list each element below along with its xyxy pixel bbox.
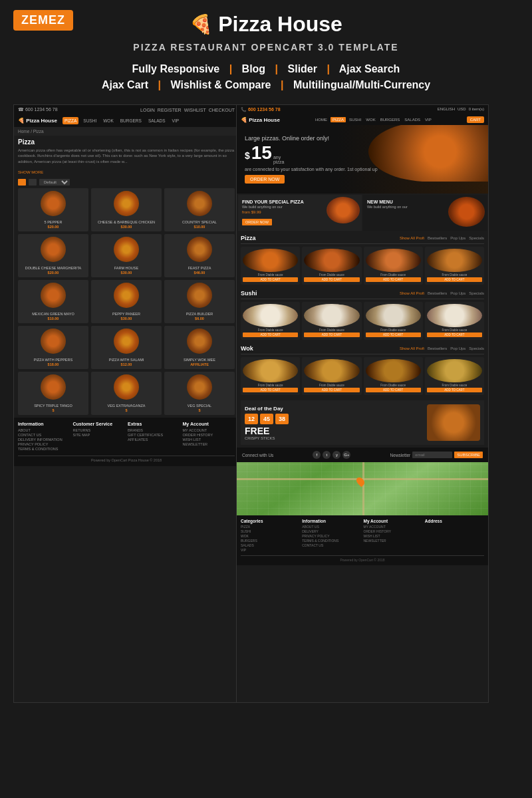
sr-cart-button[interactable]: CART bbox=[467, 116, 484, 123]
list-item: PIZZA BUILDER $6.00 bbox=[164, 280, 235, 323]
sr-newsletter-submit[interactable]: SUBSCRIBE bbox=[454, 452, 483, 458]
sl-footer-link[interactable]: DELIVERY INFORMATION bbox=[18, 438, 70, 442]
sr-newsletter-input[interactable] bbox=[412, 452, 452, 458]
sr-footer-col-categories: Categories PIZZA SUSHI WOK BURGERS SALAD… bbox=[241, 519, 300, 553]
sr-nav-sushi[interactable]: SUSHI bbox=[348, 117, 362, 122]
sr-footer-link[interactable]: ABOUT US bbox=[302, 525, 361, 529]
sr-footer-link[interactable]: MY ACCOUNT bbox=[364, 525, 423, 529]
sr-facebook-icon[interactable]: f bbox=[313, 451, 321, 459]
sl-footer-link[interactable]: BRANDS bbox=[128, 428, 180, 432]
sr-twitter-icon[interactable]: t bbox=[323, 451, 331, 459]
sr-nav-pizza[interactable]: PIZZA bbox=[331, 117, 346, 122]
sr-section-link[interactable]: Bestsellers bbox=[428, 236, 447, 240]
sr-footer-link[interactable]: CONTACT US bbox=[302, 543, 361, 547]
sr-footer-link[interactable]: BURGERS bbox=[241, 539, 300, 543]
sr-section-link[interactable]: Show All Profi bbox=[400, 291, 424, 295]
sl-footer-link[interactable]: SITE MAP bbox=[73, 433, 126, 437]
sr-footer-link[interactable]: NEWSLETTER bbox=[364, 539, 423, 543]
add-to-cart-button[interactable]: ADD TO CART bbox=[427, 388, 482, 392]
sl-footer-col-title: Extras bbox=[128, 422, 180, 426]
zemez-logo[interactable]: ZEMEZ bbox=[13, 10, 73, 31]
sr-logo: 🍕 Pizza House bbox=[241, 117, 280, 123]
sl-checkout[interactable]: CHECKOUT bbox=[209, 108, 235, 112]
sl-footer-link[interactable]: CONTACT US bbox=[18, 433, 70, 437]
sr-footer-link[interactable]: SALADS bbox=[241, 543, 300, 547]
add-to-cart-button[interactable]: ADD TO CART bbox=[427, 277, 482, 282]
sr-nav-salads[interactable]: SALADS bbox=[403, 117, 422, 122]
sr-section-link[interactable]: Specials bbox=[469, 236, 484, 240]
sl-list-view-btn[interactable] bbox=[29, 179, 37, 186]
sl-footer-link[interactable]: AFFILIATES bbox=[128, 438, 180, 442]
sr-section-link[interactable]: Show All Profi bbox=[400, 236, 424, 240]
add-to-cart-button[interactable]: ADD TO CART bbox=[243, 332, 298, 337]
add-to-cart-button[interactable]: ADD TO CART bbox=[366, 388, 421, 392]
sr-footer-link[interactable]: VIP bbox=[241, 548, 300, 552]
sl-nav-salads[interactable]: SALADS bbox=[146, 117, 168, 124]
sl-footer-link[interactable]: NEWSLETTER bbox=[183, 442, 235, 446]
product-image bbox=[187, 283, 212, 308]
sr-section-links-wok: Show All Profi Bestsellers Pop Ups Speci… bbox=[400, 346, 484, 350]
sr-nav-burgers[interactable]: BURGERS bbox=[379, 117, 402, 122]
sl-sort-select[interactable]: Default bbox=[39, 179, 70, 186]
add-to-cart-button[interactable]: ADD TO CART bbox=[304, 388, 359, 392]
add-to-cart-button[interactable]: ADD TO CART bbox=[304, 332, 359, 337]
sr-section-title-pizza: Pizza bbox=[241, 235, 256, 241]
sr-section-link[interactable]: Pop Ups bbox=[450, 236, 466, 240]
sr-nav-wok[interactable]: WOK bbox=[364, 117, 376, 122]
sl-login[interactable]: LOGIN bbox=[140, 108, 155, 112]
sr-section-link[interactable]: Pop Ups bbox=[450, 346, 466, 350]
sr-deal-section: Deal of the Day 12 45 38 FREE CRISPY STI… bbox=[241, 400, 484, 445]
add-to-cart-button[interactable]: ADD TO CART bbox=[427, 332, 482, 337]
product-image bbox=[243, 249, 298, 272]
sr-youtube-icon[interactable]: y bbox=[332, 451, 340, 459]
sr-social-icons: f t y G+ bbox=[313, 451, 350, 459]
sl-wishlist[interactable]: WISHLIST bbox=[184, 108, 206, 112]
sl-nav-pizza[interactable]: PIZZA bbox=[63, 117, 78, 124]
sl-footer-link[interactable]: TERMS & CONDITIONS bbox=[18, 447, 70, 451]
sl-register[interactable]: REGISTER bbox=[158, 108, 182, 112]
sr-section-link[interactable]: Specials bbox=[469, 291, 484, 295]
sr-nav-vip[interactable]: VIP bbox=[424, 117, 433, 122]
sr-googleplus-icon[interactable]: G+ bbox=[342, 451, 350, 459]
sl-footer-link[interactable]: GIFT CERTIFICATES bbox=[128, 433, 180, 437]
sl-nav-wok[interactable]: WOK bbox=[101, 117, 116, 124]
add-to-cart-button[interactable]: ADD TO CART bbox=[243, 277, 298, 282]
sr-section-link[interactable]: Specials bbox=[469, 346, 484, 350]
sr-section-links-sushi: Show All Profi Bestsellers Pop Ups Speci… bbox=[400, 291, 484, 295]
sr-currency[interactable]: USD bbox=[458, 107, 466, 112]
product-price: $ bbox=[18, 408, 88, 412]
sr-footer-link[interactable]: SUSHI bbox=[241, 529, 300, 533]
sr-footer-link[interactable]: TERMS & CONDITIONS bbox=[302, 539, 361, 543]
sr-nav-home[interactable]: HOME bbox=[314, 117, 329, 122]
sr-section-link[interactable]: Pop Ups bbox=[450, 291, 466, 295]
sl-footer-col-title: Information bbox=[18, 422, 70, 426]
sr-footer-link[interactable]: WISH LIST bbox=[364, 534, 423, 538]
add-to-cart-button[interactable]: ADD TO CART bbox=[366, 332, 421, 337]
sl-footer-link[interactable]: MY ACCOUNT bbox=[183, 428, 235, 432]
sr-footer-link[interactable]: WOK bbox=[241, 534, 300, 538]
sl-grid-view-btn[interactable] bbox=[18, 179, 26, 186]
sl-show-more[interactable]: SHOW MORE bbox=[18, 170, 43, 174]
sr-lang[interactable]: ENGLISH bbox=[438, 107, 455, 112]
add-to-cart-button[interactable]: ADD TO CART bbox=[243, 388, 298, 392]
sl-nav-vip[interactable]: VIP bbox=[170, 117, 181, 124]
sr-section-link[interactable]: Bestsellers bbox=[428, 346, 447, 350]
sr-footer-link[interactable]: DELIVERY bbox=[302, 529, 361, 533]
sr-footer-link[interactable]: PRIVACY POLICY bbox=[302, 534, 361, 538]
sl-footer-link[interactable]: PRIVACY POLICY bbox=[18, 442, 70, 446]
sl-nav-sushi[interactable]: SUSHI bbox=[81, 117, 98, 124]
sr-section-link[interactable]: Bestsellers bbox=[428, 291, 447, 295]
sl-footer-link[interactable]: RETURNS bbox=[73, 428, 126, 432]
sl-footer-link[interactable]: ABOUT bbox=[18, 428, 70, 432]
sr-promo-btn-1[interactable]: ORDER NOW bbox=[242, 219, 272, 225]
sr-section-link[interactable]: Show All Profi bbox=[400, 346, 424, 350]
sr-footer-link[interactable]: PIZZA bbox=[241, 525, 300, 529]
sl-footer-link[interactable]: WISH LIST bbox=[183, 438, 235, 442]
sl-nav-burgers[interactable]: BURGERS bbox=[118, 117, 144, 124]
add-to-cart-button[interactable]: ADD TO CART bbox=[366, 277, 421, 282]
sr-footer-link[interactable]: ORDER HISTORY bbox=[364, 529, 423, 533]
sr-order-now-button[interactable]: ORDER NOW bbox=[245, 175, 285, 184]
add-to-cart-button[interactable]: ADD TO CART bbox=[304, 277, 359, 282]
sl-footer-link[interactable]: ORDER HISTORY bbox=[183, 433, 235, 437]
feature-responsive: Fully Responsive bbox=[132, 63, 220, 74]
